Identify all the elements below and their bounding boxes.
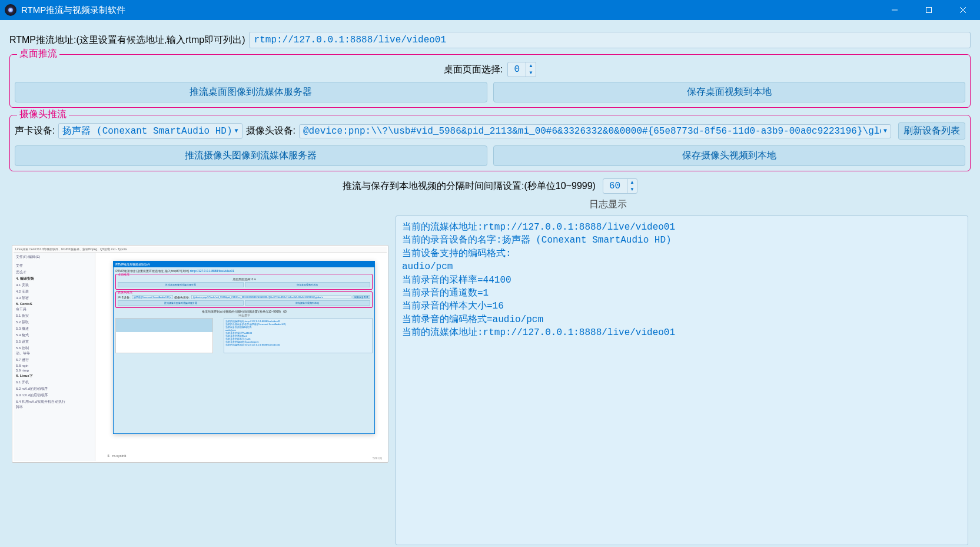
window-controls [878,0,980,20]
chevron-down-icon: ▼ [235,128,238,134]
interval-value: 60 [603,179,627,193]
desktop-screen-value: 0 [508,62,526,77]
rtmp-url-input[interactable] [249,32,971,48]
title-bar: RTMP推流与视频录制软件 [0,0,980,20]
close-button[interactable] [946,0,980,20]
chevron-down-icon: ▼ [883,128,887,134]
log-title: 日志显示 [9,198,971,211]
preview-typora-titlebar: Linux开发 CentOS7.0部署的软件、NGINX服务器、安装ffmpeg… [14,247,387,253]
save-desktop-button[interactable]: 保存桌面视频到本地 [493,82,966,102]
spinner-up-icon[interactable]: ▲ [526,62,536,69]
camera-device-label: 摄像头设备: [246,125,295,137]
camera-device-combo[interactable]: @device:pnp:\\?\usb#vid_5986&pid_2113&mi… [299,124,891,138]
log-output[interactable]: 当前的流媒体地址:rtmp://127.0.0.1:8888/live/vide… [396,216,968,545]
maximize-button[interactable] [912,0,946,20]
push-camera-button[interactable]: 推流摄像头图像到流媒体服务器 [15,145,487,166]
desktop-stream-group: 桌面推流 桌面页面选择: 0 ▲ ▼ 推流桌面图像到流媒体服务器 保存桌面视频到… [9,54,971,108]
spinner-down-icon[interactable]: ▼ [627,186,637,193]
rtmp-url-label: RTMP推流地址:(这里设置有候选地址,输入rtmp即可列出) [9,34,245,47]
spinner-down-icon[interactable]: ▼ [526,69,536,77]
refresh-devices-button[interactable]: 刷新设备列表 [898,122,965,140]
svg-rect-1 [926,8,932,13]
save-camera-button[interactable]: 保存摄像头视频到本地 [493,145,966,166]
desktop-screen-spinner[interactable]: 0 ▲ ▼ [507,62,536,77]
interval-label: 推流与保存到本地视频的分隔时间间隔设置:(秒单位10~9999) [343,180,596,193]
rtmp-url-row: RTMP推流地址:(这里设置有候选地址,输入rtmp即可列出) [9,32,971,48]
preview-area: Linux开发 CentOS7.0部署的软件、NGINX服务器、安装ffmpeg… [12,245,388,463]
audio-device-label: 声卡设备: [15,125,55,137]
camera-group-legend: 摄像头推流 [17,108,69,121]
window-title: RTMP推流与视频录制软件 [21,5,878,16]
minimize-button[interactable] [878,0,912,20]
app-icon [5,4,16,16]
push-desktop-button[interactable]: 推流桌面图像到流媒体服务器 [15,82,487,102]
camera-stream-group: 摄像头推流 声卡设备: 扬声器 (Conexant SmartAudio HD)… [9,115,971,171]
desktop-group-legend: 桌面推流 [17,48,59,60]
audio-device-combo[interactable]: 扬声器 (Conexant SmartAudio HD) ▼ [58,123,242,139]
preview-nested-window: RTMP推流与视频录制软件 RTMP推流地址:(这里设置有候选地址,输入rtmp… [113,261,375,434]
preview-sidebar: 文件(F) 编辑(E) 文件 怎么才 4. 编译安装 4.1 安装 4.2 安装… [14,253,95,461]
spinner-up-icon[interactable]: ▲ [627,179,637,186]
desktop-screen-label: 桌面页面选择: [444,64,503,76]
interval-spinner[interactable]: 60 ▲ ▼ [603,178,637,194]
